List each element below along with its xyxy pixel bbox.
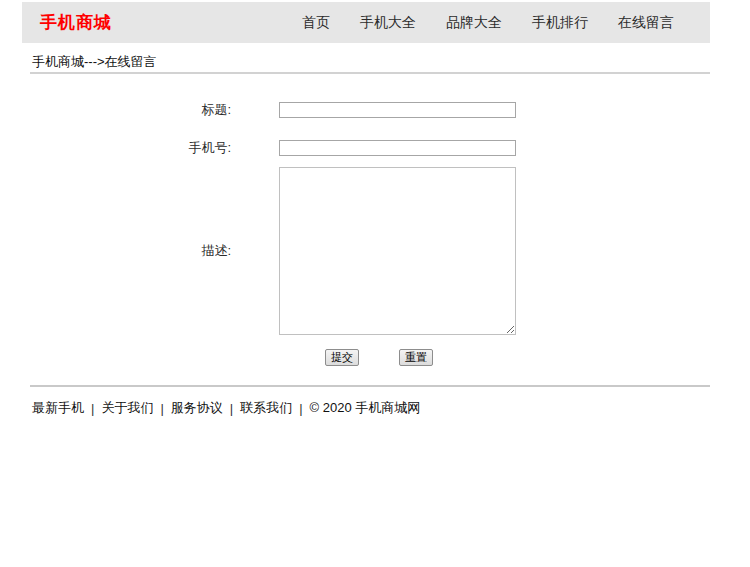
nav-item-phones[interactable]: 手机大全 <box>360 14 416 32</box>
footer-divider <box>30 385 710 387</box>
nav-item-home[interactable]: 首页 <box>302 14 330 32</box>
site-logo[interactable]: 手机商城 <box>40 11 112 34</box>
form-row-phone: 手机号: <box>22 139 750 157</box>
footer-separator: | <box>160 401 163 416</box>
description-textarea[interactable] <box>279 167 516 335</box>
site-header: 手机商城 首页 手机大全 品牌大全 手机排行 在线留言 <box>22 2 710 43</box>
nav-item-message[interactable]: 在线留言 <box>618 14 674 32</box>
footer-copyright: © 2020 手机商城网 <box>310 399 421 417</box>
title-label: 标题: <box>22 101 279 119</box>
footer-link-about-us[interactable]: 关于我们 <box>101 399 153 417</box>
description-label: 描述: <box>22 242 279 260</box>
title-input[interactable] <box>279 102 516 118</box>
form-buttons: 提交 重置 <box>325 349 750 366</box>
site-footer: 最新手机 | 关于我们 | 服务协议 | 联系我们 | © 2020 手机商城网 <box>32 399 750 417</box>
form-row-description: 描述: <box>22 167 750 335</box>
breadcrumb: 手机商城--->在线留言 <box>32 54 750 69</box>
nav-item-ranking[interactable]: 手机排行 <box>532 14 588 32</box>
footer-separator: | <box>91 401 94 416</box>
footer-link-service-agreement[interactable]: 服务协议 <box>171 399 223 417</box>
form-row-title: 标题: <box>22 101 750 119</box>
phone-label: 手机号: <box>22 139 279 157</box>
footer-separator: | <box>230 401 233 416</box>
footer-separator: | <box>299 401 302 416</box>
phone-input[interactable] <box>279 140 516 156</box>
reset-button[interactable]: 重置 <box>399 349 433 366</box>
message-form: 标题: 手机号: 描述: 提交 重置 <box>22 101 750 366</box>
main-nav: 首页 手机大全 品牌大全 手机排行 在线留言 <box>302 14 674 32</box>
breadcrumb-divider <box>30 72 710 74</box>
nav-item-brands[interactable]: 品牌大全 <box>446 14 502 32</box>
footer-link-latest-phones[interactable]: 最新手机 <box>32 399 84 417</box>
submit-button[interactable]: 提交 <box>325 349 359 366</box>
footer-link-contact-us[interactable]: 联系我们 <box>240 399 292 417</box>
